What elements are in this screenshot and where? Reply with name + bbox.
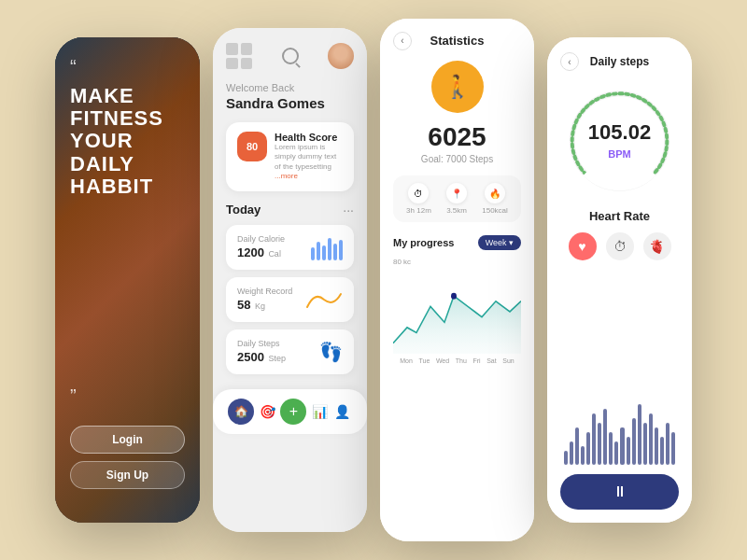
bpm-label: BPM bbox=[608, 148, 630, 160]
weight-chart-icon bbox=[305, 287, 343, 313]
day-sun: Sun bbox=[502, 357, 514, 364]
calorie-label: Daily Calorie bbox=[237, 234, 285, 244]
statistics-title: Statistics bbox=[430, 34, 485, 48]
day-wed: Wed bbox=[436, 357, 449, 364]
back-button-2[interactable]: ‹ bbox=[560, 52, 579, 71]
search-icon[interactable] bbox=[282, 48, 299, 64]
time-value: 3h 12m bbox=[406, 206, 431, 215]
weight-value: 58 bbox=[237, 298, 250, 312]
fitness-tagline: MAKE FITNESS YOUR DAILY HABBIT bbox=[70, 85, 185, 385]
calorie-value: 1200 bbox=[237, 245, 264, 259]
activity-nav-icon[interactable]: 🎯 bbox=[258, 402, 276, 421]
back-button[interactable]: ‹ bbox=[393, 32, 412, 50]
phone-heart-rate: ‹ Daily steps // We'll draw ticks instea… bbox=[547, 37, 692, 523]
calorie-card[interactable]: Daily Calorie 1200 Cal bbox=[226, 225, 354, 270]
weight-unit: Kg bbox=[255, 301, 265, 311]
user-name: Sandra Gomes bbox=[226, 95, 354, 111]
signup-button[interactable]: Sign Up bbox=[70, 461, 185, 489]
bpm-gauge: // We'll draw ticks instead 105.02 BPM bbox=[560, 80, 679, 202]
steps-goal: Goal: 7000 Steps bbox=[393, 154, 521, 164]
calorie-unit: Cal bbox=[268, 249, 281, 259]
more-options-icon[interactable]: ··· bbox=[343, 203, 354, 217]
fire-icon: 🔥 bbox=[485, 183, 505, 203]
phone-dashboard: Welcome Back Sandra Gomes 80 Health Scor… bbox=[213, 28, 367, 532]
health-score-title: Health Score bbox=[275, 132, 343, 143]
progress-chart: 80 kc Mon Tue Wed Thu bbox=[393, 258, 521, 534]
heart-rate-header: ‹ Daily steps bbox=[560, 52, 679, 71]
time-icon: ⏱ bbox=[408, 183, 429, 203]
chart-days-row: Mon Tue Wed Thu Fri Sat Sun bbox=[393, 357, 521, 364]
steps-unit: Step bbox=[268, 354, 286, 363]
weight-card[interactable]: Weight Record 58 Kg bbox=[226, 277, 354, 322]
distance-value: 3.5km bbox=[446, 206, 467, 215]
welcome-text: Welcome Back bbox=[226, 82, 354, 93]
today-label: Today bbox=[226, 203, 261, 217]
walker-icon-circle: 🚶 bbox=[431, 61, 484, 113]
clock-icon-button[interactable]: ⏱ bbox=[606, 232, 634, 260]
stats-nav-icon[interactable]: 📊 bbox=[311, 402, 330, 421]
weight-label: Weight Record bbox=[237, 287, 292, 296]
daily-steps-title: Daily steps bbox=[590, 55, 649, 68]
steps-value: 2500 bbox=[237, 350, 264, 364]
bottom-nav: 🏠 🎯 + 📊 👤 bbox=[213, 389, 367, 434]
profile-nav-icon[interactable]: 👤 bbox=[333, 402, 352, 421]
calories-value: 150kcal bbox=[482, 206, 508, 215]
steps-count: 6025 bbox=[393, 122, 521, 152]
grid-icon[interactable] bbox=[226, 43, 252, 69]
statistics-header: ‹ Statistics bbox=[393, 34, 521, 48]
steps-label: Daily Steps bbox=[237, 339, 286, 348]
health-score-card: 80 Health Score Lorem ipsum is simply du… bbox=[226, 122, 354, 191]
avatar[interactable] bbox=[328, 43, 354, 69]
bpm-display: 105.02 BPM bbox=[588, 120, 651, 161]
calorie-chart bbox=[311, 234, 343, 260]
home-nav-icon[interactable]: 🏠 bbox=[228, 399, 254, 425]
heart-rate-section-title: Heart Rate bbox=[560, 209, 679, 223]
phone-statistics: ‹ Statistics 🚶 6025 Goal: 7000 Steps ⏱ 3… bbox=[380, 19, 534, 541]
pulse-icon-button[interactable]: 🫀 bbox=[643, 232, 671, 260]
time-stat: ⏱ 3h 12m bbox=[406, 183, 431, 215]
progress-title: My progress bbox=[393, 237, 454, 248]
phone-fitness-landing: “ MAKE FITNESS YOUR DAILY HABBIT ” Login… bbox=[55, 37, 200, 523]
distance-icon: 📍 bbox=[446, 183, 467, 203]
day-sat: Sat bbox=[486, 357, 497, 364]
steps-card[interactable]: Daily Steps 2500 Step 👣 bbox=[226, 329, 354, 374]
more-link[interactable]: ...more bbox=[275, 172, 298, 180]
bpm-value: 105.02 bbox=[588, 120, 651, 145]
heart-icon-button[interactable]: ♥ bbox=[569, 232, 597, 260]
add-nav-button[interactable]: + bbox=[280, 399, 306, 425]
activity-stats-row: ⏱ 3h 12m 📍 3.5km 🔥 150kcal bbox=[393, 175, 521, 222]
calories-stat: 🔥 150kcal bbox=[482, 183, 508, 215]
svg-point-0 bbox=[451, 293, 457, 300]
day-mon: Mon bbox=[400, 357, 413, 364]
dashboard-header bbox=[226, 43, 354, 69]
quote-open-icon: “ bbox=[70, 56, 185, 77]
day-fri: Fri bbox=[472, 357, 480, 364]
day-tue: Tue bbox=[418, 357, 430, 364]
heart-rate-icons-row: ♥ ⏱ 🫀 bbox=[560, 232, 679, 260]
chart-value-label: 80 kc bbox=[393, 258, 521, 266]
quote-close-icon: ” bbox=[70, 385, 185, 407]
login-button[interactable]: Login bbox=[70, 426, 185, 454]
distance-stat: 📍 3.5km bbox=[446, 183, 467, 215]
week-filter-button[interactable]: Week ▾ bbox=[478, 235, 521, 250]
day-thu: Thu bbox=[456, 357, 467, 364]
waveform-chart bbox=[560, 272, 679, 465]
health-score-desc: Lorem ipsum is simply dummy text of the … bbox=[275, 143, 343, 182]
health-score-badge: 80 bbox=[237, 132, 267, 161]
footsteps-icon: 👣 bbox=[319, 341, 343, 363]
pause-button[interactable]: ⏸ bbox=[560, 474, 679, 510]
